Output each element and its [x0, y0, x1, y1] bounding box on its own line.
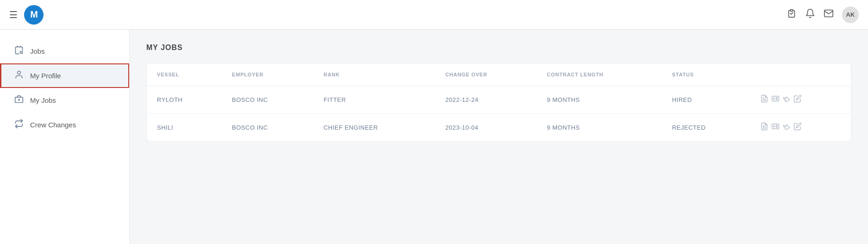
svg-rect-0	[790, 9, 793, 11]
cell-status: REJECTED	[662, 114, 750, 142]
table-row: SHILI BOSCO INC CHIEF ENGINEER 2023-10-0…	[147, 114, 851, 142]
row-actions	[760, 122, 841, 133]
topbar-left: ☰ M	[9, 5, 44, 25]
svg-rect-8	[772, 96, 779, 101]
suitcase-icon	[14, 94, 24, 106]
table-header-row: VESSEL EMPLOYER RANK CHANGE OVER CONTRAC…	[147, 63, 851, 86]
sidebar: Jobs My Profile My Jobs	[0, 30, 130, 244]
cell-rank: FITTER	[313, 86, 435, 114]
flight-icon[interactable]	[782, 94, 791, 105]
cell-change-over: 2023-10-04	[435, 114, 537, 142]
layout: Jobs My Profile My Jobs	[0, 30, 868, 244]
sidebar-item-jobs[interactable]: Jobs	[0, 39, 129, 63]
table-row: RYLOTH BOSCO INC FITTER 2022-12-24 9 MON…	[147, 86, 851, 114]
col-employer: EMPLOYER	[222, 63, 313, 86]
flight-icon[interactable]	[782, 122, 791, 133]
col-status: STATUS	[662, 63, 750, 86]
hamburger-icon[interactable]: ☰	[9, 9, 18, 20]
sidebar-label-jobs: Jobs	[30, 47, 45, 55]
col-actions	[750, 63, 851, 86]
sidebar-label-my-jobs: My Jobs	[30, 96, 56, 104]
svg-rect-12	[772, 124, 779, 129]
clipboard-icon[interactable]	[787, 8, 797, 21]
cell-status: HIRED	[662, 86, 750, 114]
cell-contract-length: 9 MONTHS	[537, 114, 662, 142]
document-icon[interactable]	[760, 122, 768, 133]
user-icon	[14, 70, 24, 81]
edit-icon[interactable]	[793, 94, 802, 105]
col-vessel: VESSEL	[147, 63, 222, 86]
cell-actions	[750, 86, 851, 114]
jobs-table: VESSEL EMPLOYER RANK CHANGE OVER CONTRAC…	[147, 63, 851, 141]
mail-icon[interactable]	[824, 8, 834, 21]
cell-vessel: RYLOTH	[147, 86, 222, 114]
id-card-icon[interactable]	[771, 94, 780, 105]
sidebar-item-crew-changes[interactable]: Crew Changes	[0, 113, 129, 137]
refresh-icon	[14, 119, 24, 131]
sidebar-item-my-jobs[interactable]: My Jobs	[0, 88, 129, 113]
sidebar-item-my-profile[interactable]: My Profile	[0, 63, 129, 88]
jobs-table-card: VESSEL EMPLOYER RANK CHANGE OVER CONTRAC…	[146, 63, 851, 142]
cell-change-over: 2022-12-24	[435, 86, 537, 114]
edit-icon[interactable]	[793, 122, 802, 133]
topbar-right: AK	[787, 6, 859, 23]
cell-rank: CHIEF ENGINEER	[313, 114, 435, 142]
col-change-over: CHANGE OVER	[435, 63, 537, 86]
bell-icon[interactable]	[805, 8, 815, 21]
page-title: MY JOBS	[146, 44, 851, 52]
document-icon[interactable]	[760, 94, 768, 105]
svg-point-9	[773, 98, 774, 100]
avatar[interactable]: AK	[842, 6, 859, 23]
sidebar-label-my-profile: My Profile	[30, 72, 61, 80]
sidebar-label-crew-changes: Crew Changes	[30, 121, 76, 129]
svg-point-2	[18, 71, 21, 75]
cell-actions	[750, 114, 851, 142]
logo-icon: M	[24, 5, 44, 25]
topbar: ☰ M AK	[0, 0, 868, 30]
main-content: MY JOBS VESSEL EMPLOYER RANK CHANGE OVER…	[130, 30, 868, 244]
cell-vessel: SHILI	[147, 114, 222, 142]
row-actions	[760, 94, 841, 105]
cell-employer: BOSCO INC	[222, 114, 313, 142]
col-contract-length: CONTRACT LENGTH	[537, 63, 662, 86]
cell-contract-length: 9 MONTHS	[537, 86, 662, 114]
svg-point-13	[773, 126, 774, 127]
briefcase-icon	[14, 45, 24, 57]
cell-employer: BOSCO INC	[222, 86, 313, 114]
col-rank: RANK	[313, 63, 435, 86]
id-card-icon[interactable]	[771, 122, 780, 133]
